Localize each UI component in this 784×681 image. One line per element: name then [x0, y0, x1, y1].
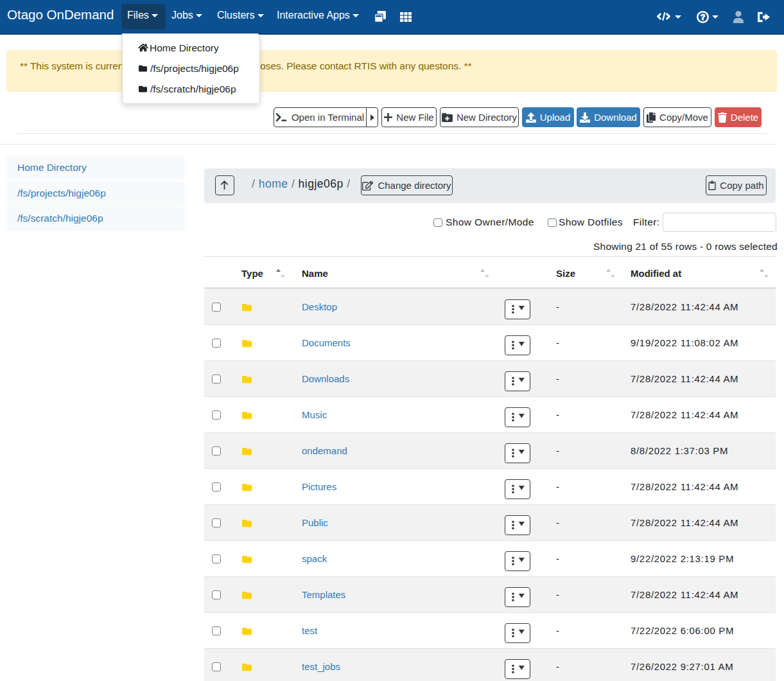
- svg-text:?: ?: [701, 13, 706, 22]
